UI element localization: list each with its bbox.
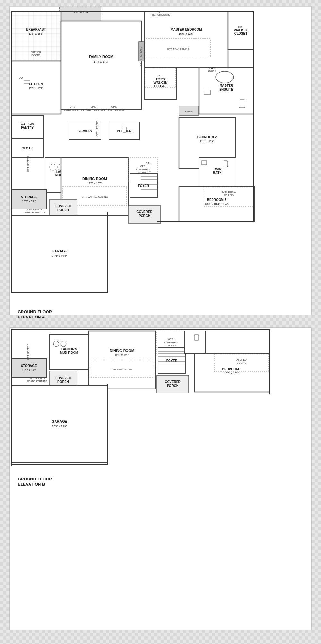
svg-text:COVERED: COVERED	[55, 204, 71, 208]
svg-text:20'0" x 19'0": 20'0" x 19'0"	[52, 255, 67, 258]
svg-text:20'0" x 19'0": 20'0" x 19'0"	[52, 425, 67, 428]
svg-text:COVERED: COVERED	[136, 210, 152, 214]
svg-rect-46	[204, 90, 210, 95]
svg-text:BATH: BATH	[213, 171, 221, 174]
svg-text:OPT. WAFFLE CEILING: OPT. WAFFLE CEILING	[82, 195, 108, 198]
svg-text:PANTRY: PANTRY	[21, 126, 34, 130]
svg-text:KITCHEN: KITCHEN	[29, 82, 43, 86]
svg-text:12'6" x 15'0": 12'6" x 15'0"	[87, 182, 102, 185]
svg-rect-164	[194, 334, 199, 341]
svg-text:FRENCH DOORS: FRENCH DOORS	[151, 13, 170, 16]
svg-text:DINING ROOM: DINING ROOM	[82, 177, 107, 181]
svg-text:OPT.: OPT.	[111, 105, 117, 108]
svg-text:BEDROOM 2: BEDROOM 2	[197, 135, 217, 139]
svg-text:PORCH: PORCH	[139, 214, 150, 218]
svg-text:DOOR: DOOR	[208, 69, 216, 72]
svg-text:GRADE PERMITS: GRADE PERMITS	[25, 211, 45, 214]
svg-text:CLOSET: CLOSET	[234, 32, 247, 35]
svg-text:GARAGE: GARAGE	[52, 419, 67, 423]
svg-rect-30	[144, 11, 228, 67]
svg-text:ARCHED: ARCHED	[236, 358, 247, 361]
svg-text:13'3" x 10'4": 13'3" x 10'4"	[224, 372, 239, 375]
svg-text:STORAGE: STORAGE	[21, 195, 37, 199]
svg-text:13'3" x 10'4" (11'4"): 13'3" x 10'4" (11'4")	[205, 202, 229, 206]
svg-rect-97	[223, 161, 228, 167]
svg-text:OPT.: OPT.	[140, 165, 146, 168]
svg-text:GAS FIREPLACE: GAS FIREPLACE	[139, 47, 142, 66]
svg-text:BREAKFAST: BREAKFAST	[26, 28, 46, 31]
svg-text:CEILING: CEILING	[166, 344, 176, 347]
svg-text:COVERED: COVERED	[165, 380, 180, 384]
svg-text:COVERED: COVERED	[55, 376, 71, 380]
svg-text:17'4" x 17'3": 17'4" x 17'3"	[94, 60, 109, 63]
svg-text:DOORS: DOORS	[31, 54, 40, 57]
svg-text:CEILING: CEILING	[237, 362, 246, 364]
svg-text:OPT.: OPT.	[168, 338, 174, 341]
elevation-b-subtitle: ELEVATION B	[18, 482, 45, 487]
svg-text:CEILING: CEILING	[224, 194, 234, 197]
elevation-b-title: GROUND FLOOR	[18, 477, 52, 481]
svg-text:FAMILY ROOM: FAMILY ROOM	[89, 55, 113, 58]
svg-text:BEDROOM 3: BEDROOM 3	[222, 367, 242, 371]
svg-text:PORCH: PORCH	[57, 208, 69, 212]
svg-rect-45	[239, 100, 245, 108]
svg-text:OPT. UPPERS: OPT. UPPERS	[27, 344, 30, 360]
svg-text:PORCH: PORCH	[167, 384, 178, 388]
floor-plan-container: OPT. LOGGIA BREAKFAST 12'6" x 13'6" FREN…	[0, 0, 321, 644]
svg-text:GARAGE: GARAGE	[52, 249, 67, 253]
svg-text:OPT. TRAY CEILING: OPT. TRAY CEILING	[167, 48, 189, 50]
svg-text:CEILING: CEILING	[156, 80, 165, 83]
svg-text:OPT. UPPERS: OPT. UPPERS	[96, 121, 99, 137]
svg-text:PORCH: PORCH	[57, 380, 69, 384]
svg-text:FRENCH DOORS: FRENCH DOORS	[63, 108, 82, 111]
elevation-a-title: GROUND FLOOR	[18, 309, 52, 314]
svg-text:16'6" x 12'6": 16'6" x 12'6"	[179, 32, 194, 35]
svg-text:MASTER: MASTER	[220, 84, 233, 87]
svg-rect-6	[59, 7, 101, 22]
svg-text:CATHEDRAL: CATHEDRAL	[222, 191, 236, 193]
svg-text:COFFERED: COFFERED	[154, 77, 167, 80]
svg-text:10'6" x 5'2": 10'6" x 5'2"	[22, 368, 36, 371]
elevation-a-subtitle: ELEVATION A	[18, 315, 45, 319]
svg-rect-116	[11, 215, 108, 292]
svg-text:13'0" x 13'9": 13'0" x 13'9"	[29, 87, 44, 90]
svg-text:COFFERED: COFFERED	[164, 341, 178, 344]
svg-text:11'1" x 12'6": 11'1" x 12'6"	[200, 140, 215, 143]
svg-text:12'6" x 15'0": 12'6" x 15'0"	[115, 353, 130, 357]
svg-text:12'6" x 13'6": 12'6" x 13'6"	[29, 32, 44, 35]
svg-text:FRENCH DOORS: FRENCH DOORS	[83, 108, 103, 111]
svg-rect-152	[11, 358, 47, 378]
svg-text:DW: DW	[19, 76, 23, 79]
svg-text:OPT.: OPT.	[91, 105, 96, 108]
svg-rect-105	[11, 190, 47, 209]
svg-text:ENSUITE: ENSUITE	[219, 88, 233, 91]
svg-text:FOYER: FOYER	[166, 359, 178, 362]
svg-text:WALK-IN: WALK-IN	[21, 122, 34, 126]
svg-text:CLOAK: CLOAK	[22, 147, 33, 150]
svg-text:RAL: RAL	[146, 162, 151, 165]
svg-text:OPT. DOOR IF: OPT. DOOR IF	[27, 208, 43, 211]
svg-text:GRADE PERMITS: GRADE PERMITS	[27, 380, 47, 383]
svg-text:DN: DN	[147, 170, 151, 173]
svg-text:DINING ROOM: DINING ROOM	[110, 349, 134, 353]
svg-text:LINEN: LINEN	[185, 110, 193, 113]
svg-point-44	[216, 71, 234, 83]
svg-text:TWIN: TWIN	[213, 167, 221, 171]
svg-text:STORAGE: STORAGE	[21, 364, 37, 368]
svg-rect-19	[61, 21, 141, 109]
svg-rect-63	[122, 126, 126, 132]
svg-text:MUD ROOM: MUD ROOM	[60, 351, 78, 354]
svg-text:FRENCH: FRENCH	[31, 51, 41, 54]
svg-text:OPT. UPPERS: OPT. UPPERS	[27, 156, 30, 172]
svg-text:SERVERY: SERVERY	[77, 130, 93, 133]
svg-text:FRENCH DOORS: FRENCH DOORS	[104, 108, 124, 111]
svg-text:10'6" x 5'2": 10'6" x 5'2"	[22, 200, 36, 203]
svg-text:OPT. DOOR IF: OPT. DOOR IF	[29, 377, 45, 380]
svg-text:OPT.: OPT.	[158, 74, 163, 77]
svg-rect-98	[202, 161, 207, 165]
svg-text:MASTER BEDROOM: MASTER BEDROOM	[170, 28, 202, 31]
svg-text:LAUNDRY/: LAUNDRY/	[61, 347, 77, 351]
svg-rect-165	[11, 386, 108, 463]
svg-text:BEDROOM 3: BEDROOM 3	[207, 198, 227, 201]
svg-text:OPT.: OPT.	[70, 105, 75, 108]
